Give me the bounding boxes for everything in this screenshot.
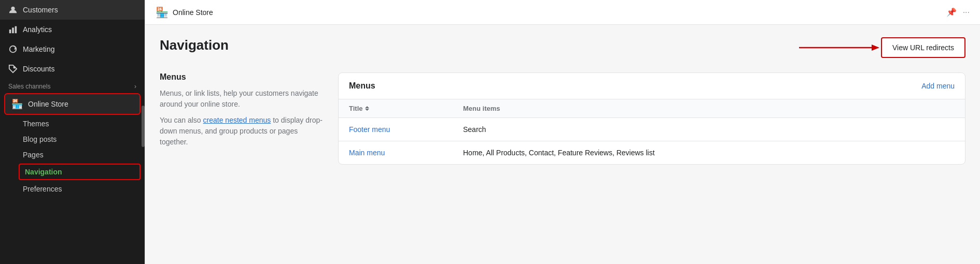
sidebar-item-discounts-label: Discounts [23, 65, 54, 73]
topbar: 🏪 Online Store 📌 ··· [145, 0, 980, 25]
sidebar-item-customers[interactable]: Customers [0, 0, 145, 20]
tag-icon [8, 64, 18, 74]
marketing-icon [8, 45, 18, 54]
sidebar-item-online-store[interactable]: 🏪 Online Store [4, 93, 141, 115]
footer-menu-items: Search [463, 125, 955, 134]
svg-rect-1 [9, 30, 11, 33]
topbar-store-icon: 🏪 [156, 6, 169, 19]
table-row: Main menu Home, All Products, Contact, F… [339, 141, 965, 164]
topbar-title: Online Store [173, 8, 213, 17]
sort-icon[interactable] [365, 106, 369, 111]
expand-icon[interactable]: › [134, 83, 136, 90]
menus-heading: Menus [160, 72, 326, 82]
menus-card-header: Menus Add menu [339, 73, 965, 99]
content-section: Menus Menus, or link lists, help your cu… [160, 72, 965, 165]
page-header: Navigation View URL redirects [160, 37, 965, 58]
main-menu-link[interactable]: Main menu [349, 149, 463, 157]
sidebar-item-discounts[interactable]: Discounts [0, 59, 145, 79]
footer-menu-link[interactable]: Footer menu [349, 125, 463, 134]
svg-point-0 [11, 7, 15, 10]
person-icon [8, 5, 18, 14]
menus-description-p2: You can also create nested menus to disp… [160, 115, 326, 148]
sidebar: Customers Analytics Marketing Discounts … [0, 0, 145, 264]
menus-description: Menus Menus, or link lists, help your cu… [160, 72, 326, 153]
sidebar-sub-item-preferences[interactable]: Preferences [0, 181, 145, 197]
topbar-right: 📌 ··· [946, 7, 970, 17]
main-menu-items: Home, All Products, Contact, Feature Rev… [463, 149, 955, 157]
svg-marker-7 [872, 45, 879, 51]
menus-card-heading: Menus [349, 81, 375, 91]
col-title-header: Title [349, 105, 463, 112]
sidebar-sub-item-navigation[interactable]: Navigation [19, 164, 141, 180]
add-menu-button[interactable]: Add menu [921, 82, 955, 90]
create-nested-menus-link[interactable]: create nested menus [203, 116, 271, 124]
sidebar-sub-item-blog-posts[interactable]: Blog posts [0, 131, 145, 147]
sidebar-item-marketing[interactable]: Marketing [0, 39, 145, 59]
svg-rect-2 [12, 27, 14, 33]
sidebar-item-customers-label: Customers [23, 6, 58, 14]
sales-channels-label: Sales channels › [0, 79, 145, 92]
more-options-icon[interactable]: ··· [963, 8, 970, 17]
bar-chart-icon [8, 25, 18, 34]
scrollbar[interactable] [142, 106, 145, 147]
view-url-redirects-button[interactable]: View URL redirects [881, 37, 965, 58]
sidebar-item-marketing-label: Marketing [23, 45, 54, 53]
sidebar-sub-item-themes[interactable]: Themes [0, 116, 145, 131]
menus-description-text2: You can also [160, 116, 203, 124]
table-row: Footer menu Search [339, 118, 965, 141]
store-icon: 🏪 [11, 98, 23, 110]
pin-icon[interactable]: 📌 [946, 7, 957, 17]
page-area: Navigation View URL redirects [145, 25, 980, 264]
sidebar-item-analytics-label: Analytics [23, 25, 52, 34]
sidebar-item-analytics[interactable]: Analytics [0, 20, 145, 39]
svg-rect-3 [15, 26, 17, 33]
sidebar-item-online-store-label: Online Store [28, 100, 68, 108]
menus-table-header: Title Menu items [339, 99, 965, 118]
red-arrow-indicator [799, 37, 882, 58]
col-items-header: Menu items [463, 105, 955, 112]
page-title: Navigation [160, 37, 229, 53]
sidebar-sub-item-pages[interactable]: Pages [0, 147, 145, 163]
menus-table: Footer menu Search Main menu Home, All P… [339, 118, 965, 164]
main-content: 🏪 Online Store 📌 ··· Navigation [145, 0, 980, 264]
menus-card: Menus Add menu Title Menu items [338, 72, 965, 165]
view-url-container: View URL redirects [799, 37, 965, 58]
topbar-left: 🏪 Online Store [156, 6, 213, 19]
menus-description-p1: Menus, or link lists, help your customer… [160, 88, 326, 110]
